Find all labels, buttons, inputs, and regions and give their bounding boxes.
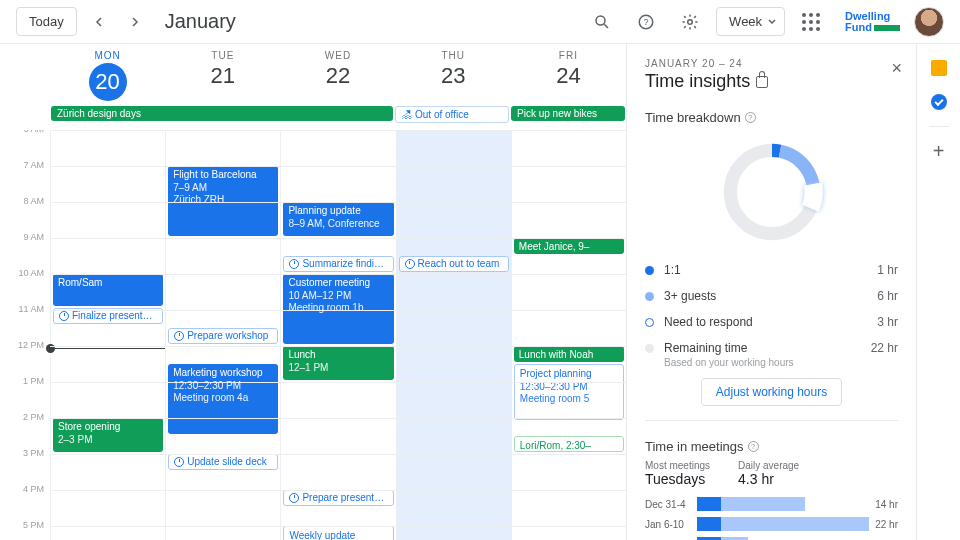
help-icon: ? bbox=[637, 13, 655, 31]
search-icon bbox=[593, 13, 611, 31]
event[interactable]: Marketing workshop12:30–2:30 PMMeeting r… bbox=[168, 364, 278, 434]
time-insights-panel: × JANUARY 20 – 24 Time insights Time bre… bbox=[626, 44, 916, 540]
clock-icon bbox=[174, 457, 184, 467]
clock-icon bbox=[174, 331, 184, 341]
allday-row: Zürich design days 🏖Out of office Pick u… bbox=[0, 106, 626, 126]
event[interactable]: Project planning12:30–2:30 PMMeeting roo… bbox=[514, 364, 624, 420]
month-label: January bbox=[165, 10, 236, 33]
prev-button[interactable] bbox=[85, 8, 113, 36]
close-button[interactable]: × bbox=[891, 58, 902, 79]
panel-title: Time insights bbox=[645, 71, 898, 92]
day-column[interactable]: Planning update8–9 AM, Conference Summar… bbox=[280, 130, 395, 540]
event[interactable]: Lori/Rom, 2:30– bbox=[514, 436, 624, 452]
info-icon[interactable]: ? bbox=[745, 112, 756, 123]
day-header[interactable]: THU23 bbox=[396, 44, 511, 106]
settings-button[interactable] bbox=[672, 4, 708, 40]
date-range: JANUARY 20 – 24 bbox=[645, 58, 898, 69]
side-panel: + bbox=[916, 44, 960, 540]
day-headers: MON20 TUE21 WED22 THU23 FRI24 bbox=[0, 44, 626, 106]
legend-note: Based on your working hours bbox=[664, 357, 898, 368]
tasks-button[interactable] bbox=[929, 92, 949, 112]
today-button[interactable]: Today bbox=[16, 7, 77, 36]
day-header[interactable]: FRI24 bbox=[511, 44, 626, 106]
gear-icon bbox=[681, 13, 699, 31]
next-button[interactable] bbox=[121, 8, 149, 36]
event[interactable]: Planning update8–9 AM, Conference bbox=[283, 202, 393, 236]
search-button[interactable] bbox=[584, 4, 620, 40]
ooo-background bbox=[397, 130, 511, 540]
now-indicator bbox=[51, 348, 165, 349]
chevron-left-icon bbox=[94, 17, 104, 27]
event-ooo[interactable]: 🏖Out of office bbox=[395, 106, 509, 123]
add-addon-button[interactable]: + bbox=[929, 141, 949, 161]
chevron-right-icon bbox=[130, 17, 140, 27]
event[interactable]: Lunch12–1 PM bbox=[283, 346, 393, 380]
org-logo: Dwelling Fund bbox=[845, 11, 900, 33]
event[interactable]: Store opening2–3 PM bbox=[53, 418, 163, 452]
day-header[interactable]: TUE21 bbox=[165, 44, 280, 106]
event[interactable]: Reach out to team bbox=[399, 256, 509, 272]
day-column[interactable]: Meet Janice, 9– Lunch with Noah Project … bbox=[511, 130, 626, 540]
legend: 1:11 hr 3+ guests6 hr Need to respond3 h… bbox=[645, 257, 898, 368]
event[interactable]: Lunch with Noah bbox=[514, 346, 624, 362]
event-allday[interactable]: Zürich design days bbox=[51, 106, 393, 121]
topbar: Today January ? Week Dwelling Fund bbox=[0, 0, 960, 44]
section-title: Time in meetings? bbox=[645, 439, 898, 454]
event[interactable]: Customer meeting10 AM–12 PMMeeting room … bbox=[283, 274, 393, 344]
apps-icon bbox=[802, 13, 820, 31]
week-bar: Dec 31-414 hr bbox=[645, 497, 898, 511]
event-allday[interactable]: Pick up new bikes bbox=[511, 106, 625, 121]
day-header[interactable]: WED22 bbox=[280, 44, 395, 106]
clock-icon bbox=[59, 311, 69, 321]
event[interactable]: Weekly update5–6 PM, Meeting bbox=[283, 526, 393, 540]
calendar: MON20 TUE21 WED22 THU23 FRI24 Zürich des… bbox=[0, 44, 626, 540]
time-gutter: 6 AM 7 AM 8 AM 9 AM 10 AM 11 AM 12 PM 1 … bbox=[0, 130, 50, 540]
day-column[interactable]: Rom/Sam Finalize presentation Store open… bbox=[50, 130, 165, 540]
info-icon[interactable]: ? bbox=[748, 441, 759, 452]
clock-icon bbox=[405, 259, 415, 269]
keep-icon bbox=[931, 60, 947, 76]
event[interactable]: Prepare presentation bbox=[283, 490, 393, 506]
svg-point-4 bbox=[688, 19, 693, 24]
section-title: Time breakdown? bbox=[645, 110, 898, 125]
breakdown-donut bbox=[717, 137, 827, 247]
account-avatar[interactable] bbox=[914, 7, 944, 37]
svg-line-1 bbox=[604, 24, 608, 28]
apps-button[interactable] bbox=[793, 4, 829, 40]
lock-icon bbox=[756, 76, 768, 88]
event[interactable]: Rom/Sam bbox=[53, 274, 163, 306]
event[interactable]: Prepare workshop bbox=[168, 328, 278, 344]
meeting-stats: Most meetingsTuesdays Daily average4.3 h… bbox=[645, 460, 898, 487]
chevron-down-icon bbox=[768, 19, 776, 24]
clock-icon bbox=[289, 493, 299, 503]
view-selector[interactable]: Week bbox=[716, 7, 785, 36]
tasks-icon bbox=[931, 94, 947, 110]
event[interactable]: Flight to Barcelona7–9 AMZürich ZRH bbox=[168, 166, 278, 236]
keep-button[interactable] bbox=[929, 58, 949, 78]
event[interactable]: Meet Janice, 9– bbox=[514, 238, 624, 254]
svg-point-0 bbox=[596, 16, 605, 25]
clock-icon bbox=[289, 259, 299, 269]
help-button[interactable]: ? bbox=[628, 4, 664, 40]
adjust-hours-button[interactable]: Adjust working hours bbox=[701, 378, 842, 406]
event[interactable]: Update slide deck bbox=[168, 454, 278, 470]
event[interactable]: Summarize findings bbox=[283, 256, 393, 272]
svg-text:?: ? bbox=[644, 17, 649, 27]
day-column[interactable]: Reach out to team bbox=[396, 130, 511, 540]
view-label: Week bbox=[729, 14, 762, 29]
day-header[interactable]: MON20 bbox=[50, 44, 165, 106]
week-bar: Jan 6-1022 hr bbox=[645, 517, 898, 531]
day-column[interactable]: Flight to Barcelona7–9 AMZürich ZRH Prep… bbox=[165, 130, 280, 540]
